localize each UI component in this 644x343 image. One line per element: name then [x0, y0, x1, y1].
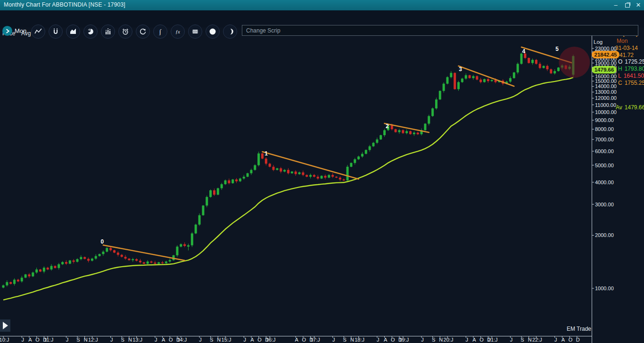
pie-chart-button[interactable] — [83, 24, 98, 39]
x-tick-label: J — [244, 337, 247, 343]
integral-button[interactable]: ∫ — [153, 24, 167, 39]
candle — [343, 180, 345, 180]
candle — [154, 262, 156, 263]
night-mode-button[interactable] — [223, 24, 237, 39]
candle — [295, 172, 297, 174]
x-tick-label: 14:J — [177, 337, 187, 343]
x-tick-label: N — [128, 337, 132, 343]
alarm-button[interactable] — [118, 24, 132, 39]
area-chart-icon — [69, 28, 77, 35]
chevron-right-icon — [4, 28, 11, 34]
candle — [491, 80, 493, 81]
magnet-button[interactable] — [49, 24, 63, 39]
trendline-0 — [103, 245, 185, 261]
candlestick-chart[interactable]: 23000.0022000.0021000.0020000.0019000.00… — [0, 0, 644, 343]
x-tick-label: N — [84, 337, 88, 343]
candle — [58, 264, 60, 268]
close-button[interactable]: ✕ — [634, 1, 643, 9]
x-tick-label: O — [257, 337, 262, 343]
change-scrip-input[interactable] — [242, 25, 638, 36]
candle — [202, 205, 204, 215]
interval-selector[interactable]: Mon — [15, 27, 26, 34]
candle — [247, 173, 249, 177]
y-tick-label: 9000.00 — [595, 117, 614, 123]
filled-circle-icon — [209, 28, 216, 35]
x-tick-label: 21:J — [488, 337, 498, 343]
function-button[interactable]: ƒx — [171, 24, 185, 39]
x-tick-label: J — [155, 337, 157, 343]
wave-label-2: 2 — [386, 123, 389, 130]
candle — [28, 274, 30, 276]
scale-mode-label[interactable]: Log — [594, 39, 603, 45]
candle — [213, 190, 215, 195]
avg-line — [3, 77, 573, 300]
candle — [357, 156, 360, 159]
x-tick-label: S — [520, 337, 524, 343]
candle — [128, 259, 130, 260]
close-value: 1755.25 — [625, 80, 644, 86]
candle — [113, 250, 116, 253]
x-tick-label: O — [479, 337, 484, 343]
close-label: C — [618, 80, 622, 86]
candle — [347, 167, 349, 180]
minimize-button[interactable]: – — [611, 1, 620, 9]
toolbar: Mon ∫ ƒx — [0, 10, 644, 27]
candle — [350, 163, 352, 167]
bar-chart-button[interactable] — [101, 24, 115, 39]
avg-row: Av1479.66 — [616, 104, 644, 111]
candle — [32, 272, 34, 276]
candlesticks — [2, 52, 575, 288]
candle — [17, 280, 19, 282]
x-tick-label: 17:J — [310, 337, 320, 343]
expand-button[interactable] — [2, 26, 12, 36]
avg-value: 1479.66 — [625, 104, 644, 111]
high-value: 1793.80 — [625, 65, 644, 72]
avg-price-badge: 1479.66 — [592, 66, 617, 74]
candle — [405, 131, 408, 133]
x-tick-label: N — [439, 337, 443, 343]
close-row: C1755.25 — [618, 80, 644, 86]
film-strip-button[interactable] — [188, 24, 202, 39]
candle — [324, 176, 326, 178]
candle — [132, 259, 134, 260]
x-tick-label: O — [569, 337, 573, 343]
x-tick-label: S — [210, 337, 213, 343]
candle — [35, 270, 38, 272]
candle — [479, 80, 482, 82]
candle — [261, 154, 264, 159]
candle — [476, 76, 478, 80]
candle — [313, 175, 315, 177]
y-tick-label: 7000.00 — [595, 137, 614, 142]
high-row: H1793.80 — [618, 65, 644, 72]
y-tick-label: 2000.00 — [595, 232, 614, 238]
candle — [520, 54, 523, 64]
restore-button[interactable] — [623, 1, 631, 9]
x-tick-label: A — [561, 337, 565, 343]
candle — [95, 256, 97, 258]
x-tick-label: 15:J — [222, 337, 231, 343]
y-tick-label: 4000.00 — [595, 180, 614, 185]
x-tick-label: J — [332, 337, 335, 343]
candle — [65, 262, 67, 263]
y-tick-label: 12000.00 — [595, 95, 617, 101]
candle — [6, 282, 8, 286]
candle — [487, 79, 489, 81]
y-tick-label: 15000.00 — [595, 78, 617, 84]
candle — [265, 159, 267, 164]
candle — [147, 261, 149, 264]
bar-chart-icon — [104, 28, 112, 35]
app-watermark: EM Trade — [567, 326, 591, 332]
open-label: O — [618, 58, 622, 65]
candle — [553, 71, 556, 74]
candle — [169, 260, 171, 261]
x-tick-label: A — [250, 337, 254, 343]
circle-button[interactable] — [206, 24, 220, 39]
refresh-button[interactable] — [136, 24, 150, 39]
area-chart-button[interactable] — [66, 24, 80, 39]
open-value: 1725.25 — [625, 58, 644, 65]
line-chart-button[interactable] — [31, 24, 45, 39]
replay-button[interactable] — [0, 319, 10, 332]
candle — [206, 197, 208, 205]
high-label: H — [618, 65, 622, 72]
refresh-icon — [139, 28, 147, 35]
